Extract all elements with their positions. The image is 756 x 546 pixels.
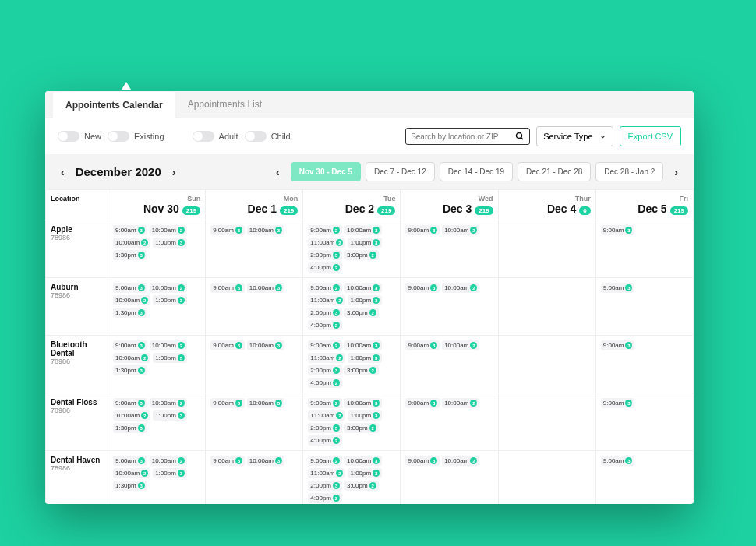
time-slot[interactable]: 10:00am2 bbox=[113, 410, 150, 421]
time-slot[interactable]: 1:00pm3 bbox=[348, 238, 382, 248]
time-slot[interactable]: 3:00pm2 bbox=[344, 308, 379, 318]
time-slot[interactable]: 9:00am3 bbox=[405, 283, 440, 293]
week-pill[interactable]: Dec 28 - Jan 2 bbox=[595, 162, 663, 181]
time-slot[interactable]: 3:00pm2 bbox=[344, 423, 379, 433]
time-slot[interactable]: 1:00pm3 bbox=[348, 468, 382, 478]
time-slot[interactable]: 9:00am3 bbox=[405, 398, 440, 408]
time-slot[interactable]: 4:00pm2 bbox=[308, 378, 342, 388]
time-slot[interactable]: 9:00am2 bbox=[308, 398, 342, 408]
time-slot[interactable]: 3:00pm2 bbox=[344, 365, 379, 375]
week-next-button[interactable]: › bbox=[671, 166, 681, 178]
time-slot[interactable]: 4:00pm2 bbox=[308, 435, 342, 446]
tab-calendar[interactable]: Appointents Calendar bbox=[53, 92, 175, 118]
tab-list[interactable]: Appointments List bbox=[175, 91, 274, 118]
time-slot[interactable]: 9:00am3 bbox=[601, 456, 635, 466]
toggle-adult[interactable]: Adult bbox=[193, 131, 238, 142]
time-slot[interactable]: 1:00pm3 bbox=[153, 410, 187, 421]
time-slot[interactable]: 9:00am2 bbox=[308, 283, 342, 293]
time-slot[interactable]: 10:00am2 bbox=[113, 295, 150, 305]
time-slot[interactable]: 10:00am2 bbox=[113, 468, 150, 478]
time-slot[interactable]: 2:00pm3 bbox=[308, 250, 342, 260]
week-pill[interactable]: Nov 30 - Dec 5 bbox=[291, 162, 361, 181]
time-slot[interactable]: 11:00am2 bbox=[308, 238, 345, 248]
time-slot[interactable]: 1:00pm3 bbox=[153, 295, 187, 305]
time-slot[interactable]: 9:00am2 bbox=[308, 340, 342, 350]
time-slot[interactable]: 11:00am2 bbox=[308, 353, 345, 363]
time-slot[interactable]: 10:00am2 bbox=[150, 340, 187, 350]
time-slot[interactable]: 4:00pm2 bbox=[308, 493, 342, 503]
time-slot[interactable]: 10:00am3 bbox=[344, 283, 382, 293]
time-slot[interactable]: 9:00am3 bbox=[405, 340, 440, 350]
time-slot[interactable]: 2:00pm3 bbox=[308, 481, 342, 491]
time-slot[interactable]: 1:30pm3 bbox=[113, 250, 147, 260]
week-prev-button[interactable]: ‹ bbox=[273, 166, 283, 178]
time-slot[interactable]: 9:00am3 bbox=[113, 398, 147, 408]
time-slot[interactable]: 10:00am2 bbox=[442, 456, 479, 466]
time-slot[interactable]: 10:00am2 bbox=[442, 225, 479, 235]
month-next-button[interactable]: › bbox=[169, 166, 179, 178]
time-slot[interactable]: 10:00am3 bbox=[247, 398, 284, 408]
time-slot[interactable]: 10:00am2 bbox=[442, 398, 479, 408]
time-slot[interactable]: 1:00pm3 bbox=[153, 238, 187, 248]
time-slot[interactable]: 4:00pm2 bbox=[308, 320, 342, 330]
time-slot[interactable]: 10:00am3 bbox=[344, 340, 382, 350]
time-slot[interactable]: 9:00am3 bbox=[113, 340, 147, 350]
service-type-dropdown[interactable]: Service Type bbox=[536, 126, 613, 146]
time-slot[interactable]: 9:00am3 bbox=[601, 340, 635, 350]
time-slot[interactable]: 11:00am2 bbox=[308, 410, 345, 421]
export-csv-button[interactable]: Export CSV bbox=[620, 126, 681, 146]
week-pill[interactable]: Dec 21 - Dec 28 bbox=[518, 162, 591, 181]
search-field[interactable] bbox=[411, 132, 515, 141]
time-slot[interactable]: 1:00pm3 bbox=[153, 353, 187, 363]
time-slot[interactable]: 10:00am3 bbox=[344, 398, 382, 408]
time-slot[interactable]: 2:00pm3 bbox=[308, 308, 342, 318]
month-prev-button[interactable]: ‹ bbox=[58, 166, 68, 178]
time-slot[interactable]: 9:00am3 bbox=[601, 283, 635, 293]
search-input[interactable] bbox=[405, 128, 530, 145]
time-slot[interactable]: 1:30pm3 bbox=[113, 423, 147, 433]
time-slot[interactable]: 9:00am3 bbox=[210, 398, 245, 408]
time-slot[interactable]: 4:00pm2 bbox=[308, 262, 342, 273]
time-slot[interactable]: 9:00am3 bbox=[113, 456, 147, 466]
time-slot[interactable]: 9:00am3 bbox=[601, 398, 635, 408]
time-slot[interactable]: 9:00am3 bbox=[601, 225, 635, 235]
time-slot[interactable]: 1:00pm3 bbox=[348, 410, 382, 421]
time-slot[interactable]: 10:00am3 bbox=[247, 283, 284, 293]
time-slot[interactable]: 10:00am3 bbox=[247, 456, 284, 466]
time-slot[interactable]: 10:00am2 bbox=[150, 456, 187, 466]
time-slot[interactable]: 9:00am3 bbox=[405, 456, 440, 466]
week-pill[interactable]: Dec 14 - Dec 19 bbox=[440, 162, 513, 181]
time-slot[interactable]: 2:00pm3 bbox=[308, 365, 342, 375]
time-slot[interactable]: 10:00am2 bbox=[113, 238, 150, 248]
time-slot[interactable]: 10:00am2 bbox=[150, 283, 187, 293]
time-slot[interactable]: 1:00pm3 bbox=[153, 468, 187, 478]
time-slot[interactable]: 10:00am3 bbox=[344, 225, 382, 235]
time-slot[interactable]: 1:30pm3 bbox=[113, 481, 147, 491]
toggle-existing[interactable]: Existing bbox=[108, 131, 164, 142]
time-slot[interactable]: 9:00am2 bbox=[308, 225, 342, 235]
time-slot[interactable]: 3:00pm2 bbox=[344, 250, 379, 260]
time-slot[interactable]: 1:00pm3 bbox=[348, 295, 382, 305]
time-slot[interactable]: 9:00am3 bbox=[210, 225, 245, 235]
time-slot[interactable]: 10:00am3 bbox=[247, 225, 284, 235]
time-slot[interactable]: 11:00am2 bbox=[308, 468, 345, 478]
time-slot[interactable]: 1:30pm3 bbox=[113, 308, 147, 318]
time-slot[interactable]: 9:00am3 bbox=[210, 340, 245, 350]
time-slot[interactable]: 9:00am3 bbox=[210, 456, 245, 466]
time-slot[interactable]: 10:00am2 bbox=[113, 353, 150, 363]
time-slot[interactable]: 9:00am3 bbox=[113, 225, 147, 235]
time-slot[interactable]: 10:00am2 bbox=[150, 398, 187, 408]
time-slot[interactable]: 10:00am2 bbox=[150, 225, 187, 235]
time-slot[interactable]: 9:00am3 bbox=[113, 283, 147, 293]
time-slot[interactable]: 9:00am3 bbox=[405, 225, 440, 235]
time-slot[interactable]: 3:00pm2 bbox=[344, 481, 379, 491]
time-slot[interactable]: 10:00am3 bbox=[247, 340, 284, 350]
toggle-new[interactable]: New bbox=[58, 131, 101, 142]
time-slot[interactable]: 11:00am2 bbox=[308, 295, 345, 305]
time-slot[interactable]: 1:30pm3 bbox=[113, 365, 147, 375]
time-slot[interactable]: 10:00am2 bbox=[442, 340, 479, 350]
time-slot[interactable]: 9:00am3 bbox=[210, 283, 245, 293]
time-slot[interactable]: 1:00pm3 bbox=[348, 353, 382, 363]
time-slot[interactable]: 9:00am2 bbox=[308, 456, 342, 466]
week-pill[interactable]: Dec 7 - Dec 12 bbox=[366, 162, 435, 181]
